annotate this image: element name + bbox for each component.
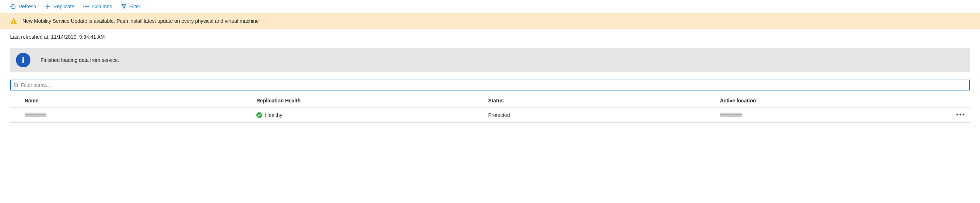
info-text: Finished loading data from service. <box>41 57 119 63</box>
warning-banner[interactable]: New Mobility Service Update is available… <box>0 13 980 29</box>
svg-rect-8 <box>13 20 14 22</box>
warning-text: New Mobility Service Update is available… <box>22 18 259 24</box>
col-name[interactable]: Name <box>25 98 256 103</box>
col-replication-health[interactable]: Replication Health <box>256 98 488 103</box>
refresh-label: Refresh <box>19 4 36 10</box>
columns-icon <box>83 4 89 9</box>
last-refreshed-value: 11/14/2019, 9:34:41 AM <box>51 34 105 40</box>
redacted-text <box>25 113 46 117</box>
columns-button[interactable]: Columns <box>83 4 112 10</box>
refresh-button[interactable]: Refresh <box>10 4 36 10</box>
columns-label: Columns <box>92 4 112 10</box>
info-icon <box>16 53 30 67</box>
cell-status: Protected <box>488 112 720 118</box>
cell-replication-health: Healthy <box>256 112 488 118</box>
items-table: Name Replication Health Status Active lo… <box>10 94 970 123</box>
replicate-label: Replicate <box>53 4 74 10</box>
healthy-icon <box>256 112 262 118</box>
cell-active-location <box>720 112 952 118</box>
svg-point-10 <box>22 57 24 59</box>
col-status[interactable]: Status <box>488 98 720 103</box>
plus-icon <box>45 4 51 10</box>
warning-icon <box>10 17 18 25</box>
filter-icon <box>121 4 127 10</box>
last-refreshed: Last refreshed at: 11/14/2019, 9:34:41 A… <box>0 29 980 43</box>
last-refreshed-label: Last refreshed at: <box>10 34 49 40</box>
col-active-location[interactable]: Active location <box>720 98 952 103</box>
svg-point-12 <box>14 83 18 86</box>
cell-name <box>25 112 256 118</box>
svg-rect-9 <box>13 22 14 23</box>
health-text: Healthy <box>265 112 282 118</box>
command-bar: Refresh Replicate Columns Filter <box>0 0 980 13</box>
redacted-text <box>720 113 742 117</box>
search-icon <box>14 82 19 87</box>
svg-rect-11 <box>22 59 24 63</box>
filter-label: Filter <box>129 4 140 10</box>
table-row[interactable]: Healthy Protected ••• <box>10 108 970 123</box>
row-more-button[interactable]: ••• <box>952 111 970 119</box>
svg-line-13 <box>18 86 19 87</box>
arrow-right-icon: → <box>266 18 270 24</box>
info-banner: Finished loading data from service. <box>10 48 970 72</box>
replicate-button[interactable]: Replicate <box>45 4 74 10</box>
filter-button[interactable]: Filter <box>121 4 140 10</box>
filter-input[interactable] <box>21 82 966 88</box>
table-header-row: Name Replication Health Status Active lo… <box>10 94 970 108</box>
refresh-icon <box>10 4 16 10</box>
filter-input-wrap[interactable] <box>10 79 970 90</box>
